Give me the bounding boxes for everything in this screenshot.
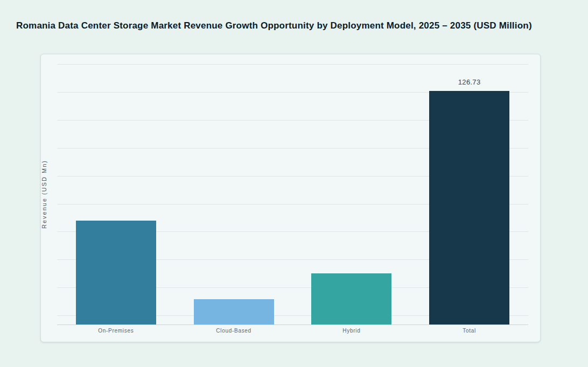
- x-tick-label-cloud-based: Cloud-Based: [175, 328, 293, 334]
- y-axis-label: Revenue (USD Mn): [41, 160, 47, 229]
- x-tick-label-hybrid: Hybrid: [293, 328, 411, 334]
- x-axis-line: [57, 324, 528, 325]
- bar-column-hybrid: Hybrid: [293, 64, 411, 324]
- x-tick-label-total: Total: [410, 328, 528, 334]
- chart-card: Revenue (USD Mn) On-PremisesCloud-BasedH…: [40, 54, 541, 342]
- plot-area: Revenue (USD Mn) On-PremisesCloud-BasedH…: [57, 64, 528, 324]
- bar-column-cloud-based: Cloud-Based: [175, 64, 293, 324]
- bar-column-total: 126.73Total: [410, 64, 528, 324]
- chart-title: Romania Data Center Storage Market Reven…: [16, 20, 576, 31]
- bar-hybrid[interactable]: [311, 273, 391, 324]
- bar-on-premises[interactable]: [76, 221, 156, 324]
- bar-cloud-based[interactable]: [194, 299, 274, 324]
- bar-column-on-premises: On-Premises: [57, 64, 175, 324]
- x-tick-label-on-premises: On-Premises: [57, 328, 175, 334]
- bars-container: On-PremisesCloud-BasedHybrid126.73Total: [57, 64, 528, 324]
- bar-total[interactable]: [429, 91, 509, 324]
- bar-value-label: 126.73: [410, 78, 528, 86]
